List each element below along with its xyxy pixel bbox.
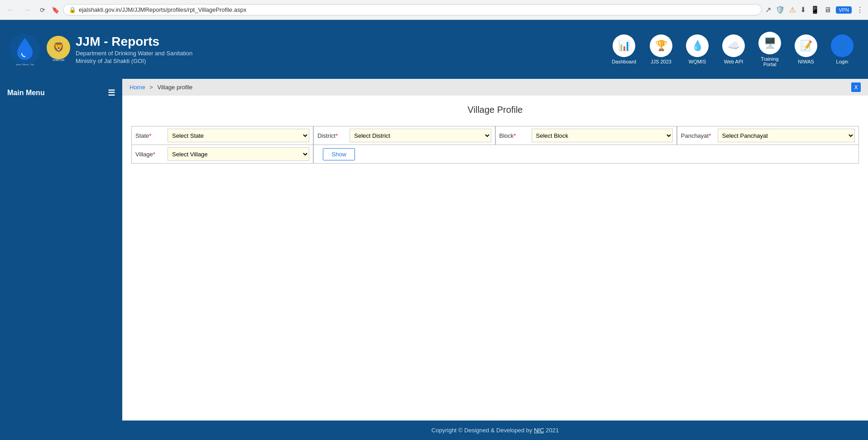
nav-niwas[interactable]: 📝 NIWAS: [789, 31, 823, 68]
state-cell: State* Select State: [132, 126, 313, 145]
header-title: JJM - Reports: [76, 34, 606, 49]
district-label: District*: [317, 132, 347, 139]
jjm-logo: Har Ghar Jal: [9, 34, 41, 65]
footer-text: Copyright © Designed & Developed by: [432, 427, 534, 434]
cast-icon[interactable]: 🖥: [824, 6, 831, 14]
footer-nic-link[interactable]: NIC: [534, 427, 544, 434]
wqmis-icon: 💧: [686, 34, 709, 57]
footer: Copyright © Designed & Developed by NIC …: [122, 421, 868, 440]
tablet-icon[interactable]: 📱: [810, 5, 820, 14]
nav-jjs2023[interactable]: 🏆 JJS 2023: [644, 31, 678, 68]
nav-dashboard[interactable]: 📊 Dashboard: [606, 31, 642, 68]
block-label: Block*: [499, 132, 529, 139]
security-icon: 🔒: [69, 6, 76, 13]
shield-icon: 🛡️: [776, 5, 785, 14]
nav-wqmis-label: WQMIS: [689, 59, 706, 64]
header-nav: 📊 Dashboard 🏆 JJS 2023 💧 WQMIS ☁️ Web AP…: [606, 28, 859, 71]
nav-training[interactable]: 🖥️ TrainingPortal: [753, 28, 786, 71]
village-cell: Village* Select Village: [132, 145, 313, 163]
nav-webapi-label: Web API: [724, 59, 743, 64]
show-cell: Show: [313, 145, 359, 163]
panchayat-cell: Panchayat* Select Panchayat: [677, 126, 858, 145]
browser-chrome: ← → ⟳ 🔖 🔒 ejalshakti.gov.in/JJM/JJMRepor…: [0, 0, 868, 20]
share-icon[interactable]: ↗: [765, 5, 771, 14]
url-text: ejalshakti.gov.in/JJM/JJMReports/profile…: [79, 6, 756, 13]
forward-button[interactable]: →: [21, 5, 34, 15]
sidebar-header: Main Menu ☰: [0, 83, 122, 102]
main-layout: Main Menu ☰ Home > Village profile X Vil…: [0, 79, 868, 440]
menu-icon[interactable]: ⋮: [856, 5, 863, 14]
filter-row-2: Village* Select Village Show: [131, 145, 859, 164]
browser-actions: ↗ 🛡️ ⚠ ⬇ 📱 🖥 VPN ⋮: [765, 5, 863, 14]
svg-text:Har Ghar Jal: Har Ghar Jal: [16, 63, 34, 65]
nav-niwas-label: NIWAS: [798, 59, 814, 64]
show-button[interactable]: Show: [323, 148, 355, 160]
svg-text:🦁: 🦁: [53, 42, 64, 53]
page-content: Village Profile State* Select State Dist…: [122, 96, 868, 421]
sidebar: Main Menu ☰: [0, 79, 122, 440]
nav-login-label: Login: [836, 59, 849, 64]
panchayat-select[interactable]: Select Panchayat: [718, 129, 855, 142]
svg-text:सत्यमेव जयते: सत्यमेव जयते: [52, 58, 65, 62]
footer-year: 2021: [544, 427, 559, 434]
block-cell: Block* Select Block: [495, 126, 677, 145]
filter-row-1: State* Select State District* Select Dis…: [131, 126, 859, 145]
warning-icon: ⚠: [789, 5, 796, 14]
state-select[interactable]: Select State: [168, 129, 309, 142]
training-icon: 🖥️: [758, 32, 781, 54]
state-label: State*: [135, 132, 165, 139]
breadcrumb: Home > Village profile: [129, 84, 192, 91]
header-subtitle2: Ministry of Jal Shakti (GOI): [76, 58, 606, 64]
panchayat-label: Panchayat*: [681, 132, 715, 139]
breadcrumb-bar: Home > Village profile X: [122, 79, 868, 96]
dashboard-icon: 📊: [613, 34, 635, 57]
jjs2023-icon: 🏆: [650, 34, 672, 57]
village-label: Village*: [135, 151, 165, 158]
login-icon: 👤: [831, 34, 854, 57]
district-select[interactable]: Select District: [350, 129, 491, 142]
nav-jjs2023-label: JJS 2023: [651, 59, 671, 64]
vpn-badge[interactable]: VPN: [836, 6, 852, 14]
header-subtitle1: Department of Drinking Water and Sanitat…: [76, 50, 606, 57]
breadcrumb-home[interactable]: Home: [129, 84, 145, 91]
nav-training-label: TrainingPortal: [761, 56, 778, 67]
page-title: Village Profile: [131, 105, 859, 115]
logo-section: Har Ghar Jal 🦁 सत्यमेव जयते: [9, 34, 71, 65]
nav-webapi[interactable]: ☁️ Web API: [717, 31, 750, 68]
niwas-icon: 📝: [795, 34, 817, 57]
webapi-icon: ☁️: [722, 34, 745, 57]
govt-emblem: 🦁 सत्यमेव जयते: [46, 35, 71, 64]
header-title-section: JJM - Reports Department of Drinking Wat…: [76, 34, 606, 64]
district-cell: District* Select District: [313, 126, 495, 145]
hamburger-icon[interactable]: ☰: [108, 88, 115, 98]
download-icon[interactable]: ⬇: [800, 5, 806, 14]
back-button[interactable]: ←: [5, 5, 17, 15]
app-header: Har Ghar Jal 🦁 सत्यमेव जयते JJM - Report…: [0, 20, 868, 79]
nav-login[interactable]: 👤 Login: [825, 31, 859, 68]
breadcrumb-current: Village profile: [158, 84, 193, 91]
reload-button[interactable]: ⟳: [37, 5, 48, 15]
address-bar[interactable]: 🔒 ejalshakti.gov.in/JJM/JJMReports/profi…: [63, 4, 762, 15]
village-select[interactable]: Select Village: [168, 147, 309, 161]
content-area: Home > Village profile X Village Profile…: [122, 79, 868, 440]
block-select[interactable]: Select Block: [532, 129, 673, 142]
nav-dashboard-label: Dashboard: [612, 59, 636, 64]
excel-export-button[interactable]: X: [851, 82, 861, 92]
breadcrumb-separator: >: [149, 84, 153, 91]
bookmark-icon: 🔖: [52, 6, 59, 14]
sidebar-title: Main Menu: [7, 89, 45, 97]
nav-wqmis[interactable]: 💧 WQMIS: [681, 31, 714, 68]
